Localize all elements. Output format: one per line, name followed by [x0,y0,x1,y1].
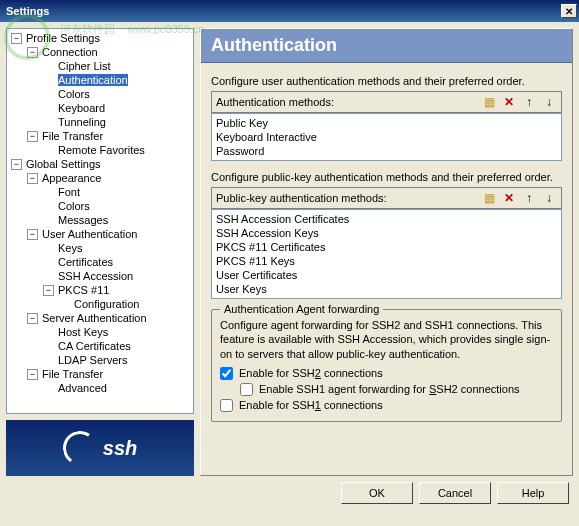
tree-tunneling[interactable]: Tunneling [7,115,193,129]
tree-pkcs11[interactable]: −PKCS #11 [7,283,193,297]
help-button[interactable]: Help [497,482,569,504]
list-item[interactable]: User Keys [214,282,559,296]
tree-gcolors[interactable]: Colors [7,199,193,213]
panel-title: Authentication [201,29,572,63]
pk-methods-list[interactable]: SSH Accession Certificates SSH Accession… [211,209,562,299]
auth-desc: Configure user authentication methods an… [211,75,562,87]
content-panel: Authentication Configure user authentica… [200,28,573,476]
enable-ssh2-check[interactable]: Enable for SSH2 connections [220,367,553,380]
tree-configuration[interactable]: Configuration [7,297,193,311]
tree-ldap[interactable]: LDAP Servers [7,353,193,367]
tree-user-auth[interactable]: −User Authentication [7,227,193,241]
tree-authentication[interactable]: Authentication [7,73,193,87]
tree-panel: −Profile Settings −Connection Cipher Lis… [6,28,194,476]
logo-arc-icon [60,428,99,467]
enable-ssh1-check[interactable]: Enable for SSH1 connections [220,399,553,412]
list-item[interactable]: User Certificates [214,268,559,282]
collapse-icon[interactable]: − [27,229,38,240]
ok-button[interactable]: OK [341,482,413,504]
tree-ca-certs[interactable]: CA Certificates [7,339,193,353]
collapse-icon[interactable]: − [11,159,22,170]
delete-icon[interactable]: ✕ [501,190,517,206]
tree-remote-favorites[interactable]: Remote Favorites [7,143,193,157]
collapse-icon[interactable]: − [27,173,38,184]
list-item[interactable]: Keyboard Interactive [214,130,559,144]
tree-certificates[interactable]: Certificates [7,255,193,269]
collapse-icon[interactable]: − [43,285,54,296]
pk-methods-header: Public-key authentication methods: ▦ ✕ ↑… [211,187,562,209]
checkbox[interactable] [220,367,233,380]
cancel-button[interactable]: Cancel [419,482,491,504]
checkbox[interactable] [240,383,253,396]
tree-keys[interactable]: Keys [7,241,193,255]
list-item[interactable]: PKCS #11 Certificates [214,240,559,254]
collapse-icon[interactable]: − [27,313,38,324]
tree-gfile-transfer[interactable]: −File Transfer [7,367,193,381]
tree-messages[interactable]: Messages [7,213,193,227]
tree-appearance[interactable]: −Appearance [7,171,193,185]
tree-colors[interactable]: Colors [7,87,193,101]
move-up-icon[interactable]: ↑ [521,94,537,110]
auth-methods-list[interactable]: Public Key Keyboard Interactive Password [211,113,562,161]
auth-methods-header: Authentication methods: ▦ ✕ ↑ ↓ [211,91,562,113]
close-button[interactable]: ✕ [561,4,577,18]
move-down-icon[interactable]: ↓ [541,94,557,110]
ssh-logo: ssh [6,420,194,476]
list-item[interactable]: SSH Accession Keys [214,226,559,240]
watermark-circle [4,14,50,60]
enable-ssh1-forwarding-check[interactable]: Enable SSH1 agent forwarding for SSH2 co… [240,383,553,396]
tree-ssh-accession[interactable]: SSH Accession [7,269,193,283]
group-desc: Configure agent forwarding for SSH2 and … [220,318,553,361]
button-bar: OK Cancel Help [0,482,579,512]
tree-cipher-list[interactable]: Cipher List [7,59,193,73]
add-icon[interactable]: ▦ [481,94,497,110]
delete-icon[interactable]: ✕ [501,94,517,110]
move-up-icon[interactable]: ↑ [521,190,537,206]
tree-file-transfer[interactable]: −File Transfer [7,129,193,143]
collapse-icon[interactable]: − [27,131,38,142]
titlebar: Settings ✕ [0,0,579,22]
window-title: Settings [2,5,561,17]
add-icon[interactable]: ▦ [481,190,497,206]
tree-font[interactable]: Font [7,185,193,199]
list-item[interactable]: SSH Accession Certificates [214,212,559,226]
agent-forwarding-group: Authentication Agent forwarding Configur… [211,309,562,422]
tree-host-keys[interactable]: Host Keys [7,325,193,339]
tree-keyboard[interactable]: Keyboard [7,101,193,115]
pk-desc: Configure public-key authentication meth… [211,171,562,183]
tree-server-auth[interactable]: −Server Authentication [7,311,193,325]
tree-global-settings[interactable]: −Global Settings [7,157,193,171]
collapse-icon[interactable]: − [27,369,38,380]
list-item[interactable]: PKCS #11 Keys [214,254,559,268]
group-title: Authentication Agent forwarding [220,303,383,315]
tree-advanced[interactable]: Advanced [7,381,193,395]
list-item[interactable]: Public Key [214,116,559,130]
checkbox[interactable] [220,399,233,412]
move-down-icon[interactable]: ↓ [541,190,557,206]
list-item[interactable]: Password [214,144,559,158]
settings-tree[interactable]: −Profile Settings −Connection Cipher Lis… [6,28,194,414]
